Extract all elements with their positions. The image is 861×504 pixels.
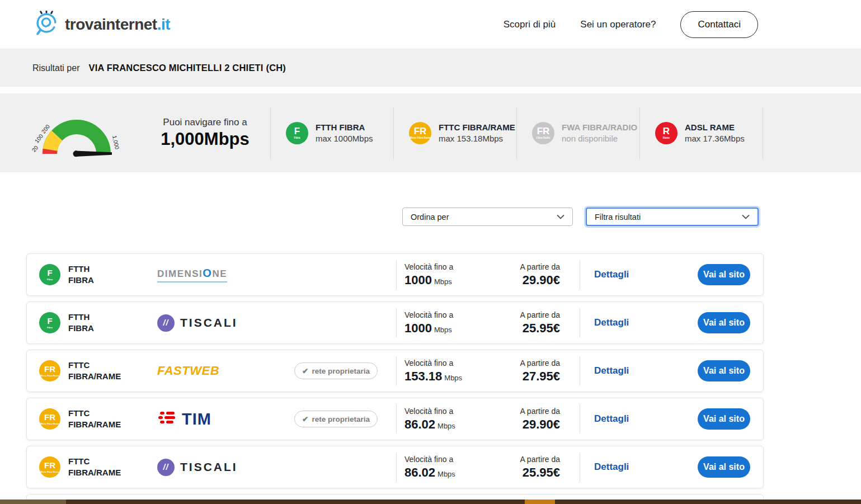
chevron-down-icon [557,214,564,219]
tech-fwa: FR Fibra Radio FWA FIBRA/RADIO non dispo… [517,122,639,144]
result-card-tim: FR Misto Fibra Rame FTTCFIBRA/RAME [26,398,764,440]
price-column: A partire da 25.95€ [497,310,560,336]
breadcrumb-label: Risultati per [32,63,79,73]
max-speed-headline: Puoi navigare fino a 1,000Mbps [140,117,270,149]
brand-name: trovainternet.it [65,16,170,34]
tech-detail: non disponibile [562,134,637,143]
tech-column: F Fibra FTTHFIBRA [27,312,147,334]
tech-column: FR Misto Fibra Rame FTTCFIBRA/RAME [27,408,147,430]
fttc-badge-icon: FR Misto Fibra Rame [39,456,60,478]
results-list: F Fibra FTTHFIBRA DimensiOne Velocità fi… [26,253,764,504]
filter-dropdown-label: Filtra risultati [595,213,641,222]
adsl-badge-icon: R Rame [655,122,677,144]
svg-text:100: 100 [34,133,44,144]
price-column: A partire da 27.95€ [497,359,560,384]
tech-name: FTTH FIBRA [316,123,373,132]
operator-logo-dimensione: DimensiOne [147,267,276,282]
speed-column: Velocità fino a 1000Mbps [397,262,497,288]
ftth-badge-icon: F Fibra [39,264,60,285]
tim-bars-icon [157,410,177,428]
proprietary-network-tag: ✔ rete proprietaria [294,411,378,427]
tech-name: ADSL RAME [685,123,745,132]
proprietary-network-tag: ✔ rete proprietaria [294,362,378,379]
price-column: A partire da 29.90€ [497,262,560,288]
tech-label: FTTCFIBRA/RAME [68,456,121,478]
speed-column: Velocità fino a 86.02Mbps [397,407,497,432]
speed-column: Velocità fino a 1000Mbps [397,310,497,336]
details-link[interactable]: Dettagli [594,365,629,376]
svg-text:200: 200 [40,123,51,134]
tech-ftth: F Fibra FTTH FIBRA max 1000Mbps [271,122,393,144]
tiscali-circle-icon: // [157,314,175,332]
brand-tld: .it [157,16,170,33]
details-link[interactable]: Dettagli [594,317,629,328]
go-to-site-button[interactable]: Vai al sito [698,312,750,333]
go-to-site-button[interactable]: Vai al sito [698,456,750,478]
result-card-dimensione: F Fibra FTTHFIBRA DimensiOne Velocità fi… [26,253,764,296]
gauge-chart-icon: 20 100 200 1,000 [29,103,123,161]
result-card-tiscali-ftth: F Fibra FTTHFIBRA // TISCALI Velocità fi… [26,302,764,344]
divider [763,107,763,159]
fttc-badge-icon: FR Misto Fibra Rame [39,408,60,430]
speed-gauge: 20 100 200 1,000 [0,103,140,163]
max-speed-intro: Puoi navigare fino a [140,117,270,128]
tech-label: FTTCFIBRA/RAME [68,360,121,382]
filter-dropdown[interactable]: Filtra risultati [586,208,759,226]
result-card-fastweb: FR Misto Fibra Rame FTTCFIBRA/RAME FASTW… [26,350,764,392]
operator-logo-tim: TIM [147,410,276,428]
fttc-badge-icon: FR Misto Fibra Rame [409,122,431,144]
check-icon: ✔ [302,414,308,423]
speed-column: Velocità fino a 153.18Mbps [397,359,497,384]
tech-label: FTTHFIBRA [68,312,94,334]
price-column: A partire da 29.90€ [497,407,560,432]
top-nav: Scopri di più Sei un operatore? Contatta… [504,11,758,38]
tech-detail: max 1000Mbps [316,134,373,143]
tech-column: FR Misto Fibra Rame FTTCFIBRA/RAME [27,360,147,382]
fwa-badge-icon: FR Fibra Radio [532,122,554,144]
svg-text:1,000: 1,000 [111,135,120,150]
tech-detail: max 17.36Mbps [685,134,745,143]
fttc-badge-icon: FR Misto Fibra Rame [39,360,60,381]
tech-name: FWA FIBRA/RADIO [562,123,637,132]
nav-link-operatore[interactable]: Sei un operatore? [580,19,656,30]
go-to-site-button[interactable]: Vai al sito [698,360,750,381]
tech-label: FTTCFIBRA/RAME [68,408,121,430]
tech-name: FTTC FIBRA/RAME [439,123,515,132]
tech-column: FR Misto Fibra Rame FTTCFIBRA/RAME [27,456,147,478]
bottom-bar [0,500,861,504]
details-link[interactable]: Dettagli [594,269,629,280]
speed-summary-section: 20 100 200 1,000 Puoi navigare fino a 1,… [0,93,861,172]
tech-column: F Fibra FTTHFIBRA [27,263,147,286]
brand-logo[interactable]: trovainternet.it [34,11,170,39]
operator-logo-tiscali: // TISCALI [147,459,276,476]
tag-column: ✔ rete proprietaria [276,411,396,427]
details-link[interactable]: Dettagli [594,413,629,424]
magnifier-spiral-icon [34,11,59,39]
max-speed-value: 1,000Mbps [140,129,270,149]
tiscali-circle-icon: // [157,459,175,476]
svg-text:20: 20 [31,144,40,153]
check-icon: ✔ [302,366,308,375]
tag-column: ✔ rete proprietaria [276,362,396,379]
speed-column: Velocità fino a 86.02Mbps [397,455,497,480]
tech-detail: max 153.18Mbps [439,134,515,143]
tech-label: FTTHFIBRA [68,263,94,286]
details-link[interactable]: Dettagli [594,461,629,472]
nav-link-scopri[interactable]: Scopri di più [504,19,556,30]
tech-adsl: R Rame ADSL RAME max 17.36Mbps [640,122,763,144]
contact-button[interactable]: Contattaci [680,11,758,38]
top-bar: trovainternet.it Scopri di più Sei un op… [0,0,861,49]
ftth-badge-icon: F Fibra [39,312,60,333]
sort-dropdown[interactable]: Ordina per [402,208,573,226]
price-column: A partire da 25.95€ [497,455,560,480]
go-to-site-button[interactable]: Vai al sito [698,408,750,430]
operator-logo-tiscali: // TISCALI [147,314,276,332]
operator-logo-fastweb: FASTWEB [147,364,276,378]
ftth-badge-icon: F Fibra [286,122,308,144]
breadcrumb: Risultati per VIA FRANCESCO MICHITELLI 2… [0,49,861,87]
result-card-tiscali-fttc: FR Misto Fibra Rame FTTCFIBRA/RAME // TI… [26,446,764,488]
sort-dropdown-label: Ordina per [411,213,449,222]
go-to-site-button[interactable]: Vai al sito [698,264,750,285]
breadcrumb-address: VIA FRANCESCO MICHITELLI 2 CHIETI (CH) [88,63,286,73]
chevron-down-icon [742,214,750,219]
